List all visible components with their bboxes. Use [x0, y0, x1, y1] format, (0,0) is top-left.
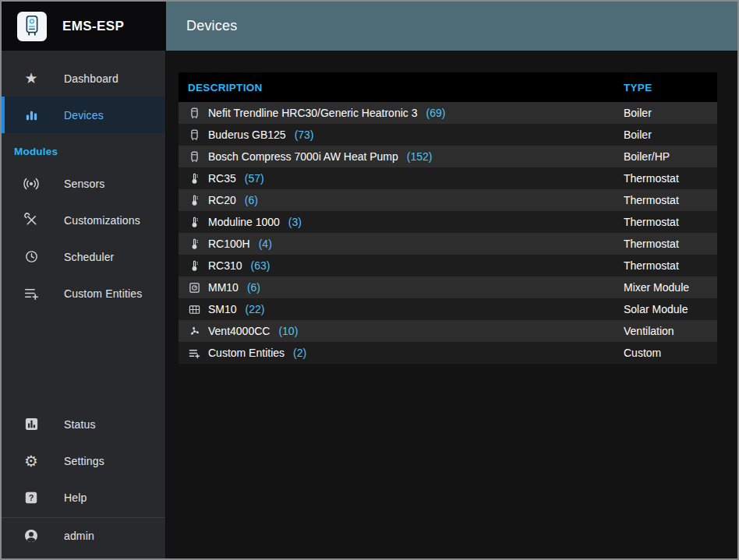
device-row[interactable]: RC100H (4) Thermostat	[179, 233, 717, 255]
device-name: Vent4000CC	[208, 325, 270, 337]
account-circle-icon	[22, 528, 41, 544]
device-name: Nefit Trendline HRC30/Generic Heatronic …	[208, 107, 417, 119]
sidebar-item-label: Customizations	[64, 214, 140, 227]
boiler-icon	[188, 129, 200, 141]
sidebar-item-admin-user[interactable]: admin	[2, 517, 165, 554]
thermostat-icon	[188, 194, 200, 206]
sidebar-item-dashboard[interactable]: ★ Dashboard	[2, 60, 165, 97]
device-name: RC35	[208, 172, 236, 185]
device-entity-count: (57)	[245, 172, 264, 185]
modules-section-label: Modules	[2, 133, 165, 165]
device-type: Boiler/HP	[614, 146, 717, 167]
device-name: SM10	[208, 303, 237, 315]
help-icon: ?	[22, 491, 41, 505]
device-entity-count: (2)	[293, 347, 306, 359]
tools-icon	[22, 213, 41, 227]
device-entity-count: (6)	[245, 194, 258, 206]
devices-table: DESCRIPTION TYPE Nefit Trendline HRC30/G…	[179, 72, 717, 364]
device-type: Solar Module	[614, 298, 717, 320]
device-name: RC310	[208, 259, 242, 272]
app-window: EMS-ESP Devices ★ Dashboard Devices Modu…	[0, 0, 739, 560]
bar-chart-icon	[22, 417, 41, 431]
device-entity-count: (4)	[259, 238, 272, 250]
ems-esp-logo-icon	[17, 12, 47, 41]
username-label: admin	[64, 530, 94, 542]
column-header-type: TYPE	[614, 72, 717, 102]
device-row[interactable]: RC35 (57) Thermostat	[179, 167, 717, 189]
device-row[interactable]: Buderus GB125 (73) Boiler	[179, 124, 717, 146]
device-row[interactable]: Bosch Compress 7000i AW Heat Pump (152) …	[179, 146, 717, 167]
device-row[interactable]: RC310 (63) Thermostat	[179, 255, 717, 276]
device-entity-count: (152)	[407, 150, 433, 163]
custom-icon	[188, 347, 200, 359]
sidebar-item-scheduler[interactable]: Scheduler	[2, 238, 165, 275]
sidebar-item-status[interactable]: Status	[2, 406, 165, 442]
device-row[interactable]: MM10 (6) Mixer Module	[179, 276, 717, 298]
device-name: RC100H	[208, 238, 250, 250]
device-entity-count: (63)	[251, 259, 270, 272]
ventilation-icon	[188, 325, 200, 337]
mixer-icon	[188, 281, 200, 294]
device-name: MM10	[208, 281, 239, 294]
sidebar-item-sensors[interactable]: Sensors	[2, 165, 165, 202]
device-row[interactable]: RC20 (6) Thermostat	[179, 189, 717, 211]
sidebar-item-help[interactable]: ? Help	[2, 479, 165, 516]
app-title: EMS-ESP	[62, 19, 124, 34]
device-type: Mixer Module	[614, 276, 717, 298]
device-type: Thermostat	[614, 233, 717, 255]
device-type: Thermostat	[614, 167, 717, 189]
device-entity-count: (3)	[288, 216, 302, 228]
device-entity-count: (73)	[295, 129, 314, 141]
device-entity-count: (10)	[278, 325, 298, 337]
device-row[interactable]: SM10 (22) Solar Module	[179, 298, 717, 320]
main-content: DESCRIPTION TYPE Nefit Trendline HRC30/G…	[166, 51, 737, 558]
sidebar-item-devices[interactable]: Devices	[2, 97, 165, 133]
thermostat-icon	[188, 216, 200, 228]
clock-icon	[22, 249, 41, 264]
logo-area: EMS-ESP	[2, 2, 166, 51]
thermostat-icon	[188, 238, 200, 250]
star-icon: ★	[22, 71, 41, 86]
devices-chart-icon	[22, 107, 41, 122]
playlist-add-icon	[22, 286, 41, 301]
gear-icon: ⚙	[22, 453, 41, 469]
boiler-icon	[188, 107, 200, 119]
device-type: Custom	[614, 342, 717, 364]
sidebar-item-label: Sensors	[64, 178, 104, 190]
device-type: Boiler	[614, 124, 717, 146]
device-type: Ventilation	[614, 320, 717, 342]
device-row[interactable]: Vent4000CC (10) Ventilation	[179, 320, 717, 342]
sidebar-item-label: Custom Entities	[64, 287, 142, 300]
table-header-row: DESCRIPTION TYPE	[179, 72, 717, 102]
device-entity-count: (6)	[247, 281, 260, 294]
device-entity-count: (69)	[426, 107, 445, 119]
device-row[interactable]: Nefit Trendline HRC30/Generic Heatronic …	[179, 102, 717, 124]
sensors-icon	[22, 176, 41, 192]
solar-icon	[188, 303, 200, 315]
sidebar-item-label: Status	[64, 418, 96, 431]
svg-text:?: ?	[29, 493, 34, 502]
thermostat-icon	[188, 172, 200, 185]
sidebar: ★ Dashboard Devices Modules	[2, 51, 166, 558]
device-row[interactable]: Moduline 1000 (3) Thermostat	[179, 211, 717, 233]
sidebar-item-custom-entities[interactable]: Custom Entities	[2, 275, 165, 312]
sidebar-item-label: Settings	[64, 455, 104, 467]
device-name: Moduline 1000	[208, 216, 280, 228]
device-name: Custom Entities	[208, 347, 285, 359]
appbar: Devices	[166, 2, 737, 51]
sidebar-item-settings[interactable]: ⚙ Settings	[2, 442, 165, 479]
device-type: Thermostat	[614, 211, 717, 233]
device-type: Boiler	[614, 102, 717, 124]
device-name: RC20	[208, 194, 236, 206]
sidebar-item-customizations[interactable]: Customizations	[2, 202, 165, 238]
device-row[interactable]: Custom Entities (2) Custom	[179, 342, 717, 364]
page-title: Devices	[186, 18, 237, 34]
sidebar-item-label: Dashboard	[64, 72, 118, 85]
device-entity-count: (22)	[246, 303, 265, 315]
device-type: Thermostat	[614, 255, 717, 276]
sidebar-item-label: Devices	[64, 109, 104, 122]
boiler-icon	[188, 150, 200, 163]
device-name: Bosch Compress 7000i AW Heat Pump	[208, 150, 398, 163]
device-table-body: Nefit Trendline HRC30/Generic Heatronic …	[179, 102, 717, 364]
column-header-description: DESCRIPTION	[179, 72, 614, 102]
